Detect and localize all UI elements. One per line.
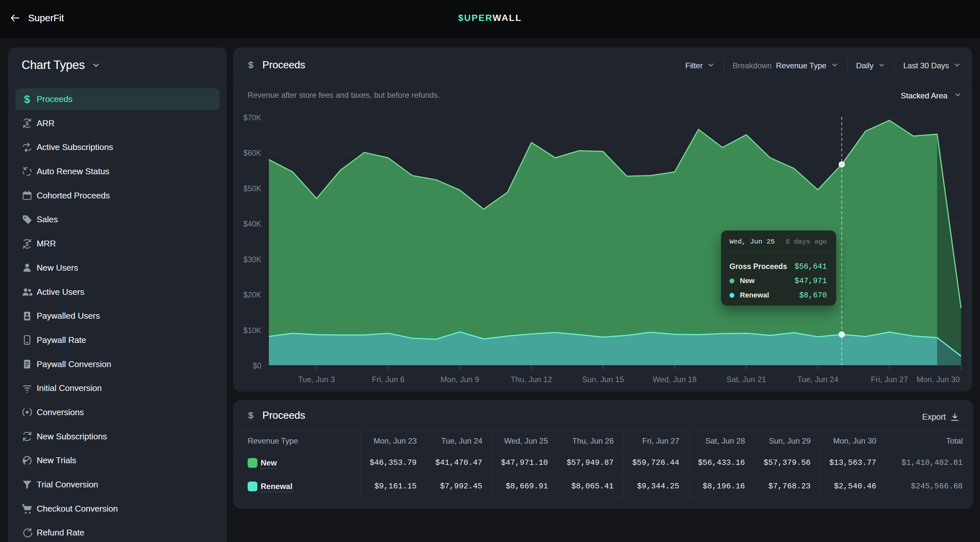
svg-text:$20K: $20K: [243, 291, 261, 299]
svg-text:Fri, Jun 6: Fri, Jun 6: [372, 375, 404, 384]
svg-text:$: $: [25, 241, 29, 247]
svg-text:$60K: $60K: [243, 149, 261, 157]
svg-text:Thu, Jun 12: Thu, Jun 12: [511, 375, 552, 384]
svg-text:Tue, Jun 3: Tue, Jun 3: [298, 375, 335, 384]
svg-text:$70K: $70K: [243, 113, 261, 122]
svg-text:$: $: [25, 120, 29, 126]
svg-text:Mon, Jun 9: Mon, Jun 9: [440, 375, 479, 384]
svg-text:Wed, Jun 18: Wed, Jun 18: [653, 375, 697, 384]
svg-text:Fri, Jun 27: Fri, Jun 27: [871, 375, 908, 384]
svg-text:Sun, Jun 15: Sun, Jun 15: [582, 375, 624, 384]
svg-text:Sat, Jun 21: Sat, Jun 21: [727, 375, 766, 384]
svg-text:Tue, Jun 24: Tue, Jun 24: [797, 375, 838, 384]
svg-text:$30K: $30K: [243, 255, 261, 264]
svg-text:$40K: $40K: [243, 220, 261, 228]
svg-text:$50K: $50K: [243, 184, 261, 193]
svg-text:$0: $0: [253, 362, 261, 370]
svg-text:$10K: $10K: [243, 326, 261, 335]
svg-text:Mon, Jun 30: Mon, Jun 30: [916, 375, 960, 384]
